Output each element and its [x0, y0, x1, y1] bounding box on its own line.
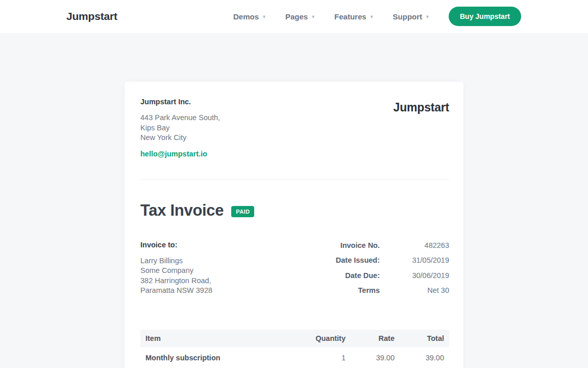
invoice-card: Jumpstart Inc. 443 Park Avenue South, Ki… [125, 82, 463, 368]
company-name: Jumpstart Inc. [140, 98, 220, 106]
bill-to-block: Invoice to: Larry Billings Some Company … [140, 241, 212, 296]
column-header-item: Item [140, 330, 295, 347]
chevron-down-icon: ▼ [311, 15, 315, 19]
company-address-line: Kips Bay [140, 123, 220, 133]
detail-value-invoice-no: 482263 [396, 241, 449, 249]
nav-right-group: Demos ▼ Pages ▼ Features ▼ Support ▼ Buy… [233, 7, 521, 26]
cell-rate: 39.00 [351, 347, 400, 368]
detail-value-date-due: 30/06/2019 [396, 271, 449, 280]
invoice-details-block: Invoice No. 482263 Date Issued: 31/05/20… [336, 241, 449, 296]
bill-to-line: Paramatta NSW 3928 [140, 286, 212, 296]
company-email-link[interactable]: hello@jumpstart.io [140, 150, 207, 158]
cell-item: Monthly subscription [140, 347, 295, 368]
line-items-table: Item Quantity Rate Total Monthly subscri… [140, 330, 449, 368]
invoice-brand-logo: Jumpstart [394, 101, 449, 114]
site-logo[interactable]: Jumpstart [66, 10, 117, 22]
detail-value-terms: Net 30 [396, 286, 449, 294]
nav-item-demos[interactable]: Demos ▼ [233, 12, 266, 21]
chevron-down-icon: ▼ [425, 15, 430, 19]
table-header-row: Item Quantity Rate Total [140, 330, 449, 347]
nav-item-label: Pages [285, 12, 308, 21]
column-header-total: Total [400, 330, 449, 347]
bill-to-label: Invoice to: [140, 241, 212, 249]
cell-total: 39.00 [400, 347, 449, 368]
detail-label-date-due: Date Due: [336, 271, 380, 280]
nav-item-features[interactable]: Features ▼ [334, 12, 374, 21]
detail-value-date-issued: 31/05/2019 [396, 256, 449, 264]
page-title: Tax Invoice [140, 201, 224, 220]
bill-to-line: Larry Billings [140, 256, 212, 266]
detail-label-terms: Terms [336, 286, 380, 294]
chevron-down-icon: ▼ [370, 15, 374, 19]
nav-item-pages[interactable]: Pages ▼ [285, 12, 315, 21]
bill-to-line: Some Company [140, 266, 212, 276]
column-header-quantity: Quantity [295, 330, 351, 347]
company-info: Jumpstart Inc. 443 Park Avenue South, Ki… [140, 98, 220, 158]
company-address-line: New York City [140, 133, 220, 143]
nav-item-support[interactable]: Support ▼ [393, 12, 430, 21]
nav-item-label: Features [334, 12, 366, 21]
buy-jumpstart-button[interactable]: Buy Jumpstart [449, 7, 521, 26]
top-navigation-bar: Jumpstart Demos ▼ Pages ▼ Features ▼ Sup… [0, 0, 588, 33]
column-header-rate: Rate [351, 330, 400, 347]
nav-item-label: Demos [233, 12, 259, 21]
cell-quantity: 1 [295, 347, 351, 368]
bill-to-line: 382 Harrington Road, [140, 276, 212, 286]
section-divider [140, 179, 449, 180]
company-address-line: 443 Park Avenue South, [140, 113, 220, 123]
table-row: Monthly subscription 1 39.00 39.00 [140, 347, 449, 368]
paid-status-badge: PAID [231, 206, 254, 217]
chevron-down-icon: ▼ [262, 15, 266, 19]
invoice-parties-row: Invoice to: Larry Billings Some Company … [140, 241, 449, 296]
invoice-title-row: Tax Invoice PAID [140, 201, 449, 220]
nav-item-label: Support [393, 12, 423, 21]
nav-links: Demos ▼ Pages ▼ Features ▼ Support ▼ [233, 12, 430, 21]
detail-label-date-issued: Date Issued: [336, 256, 380, 264]
detail-label-invoice-no: Invoice No. [336, 241, 380, 249]
company-header-row: Jumpstart Inc. 443 Park Avenue South, Ki… [140, 98, 449, 158]
